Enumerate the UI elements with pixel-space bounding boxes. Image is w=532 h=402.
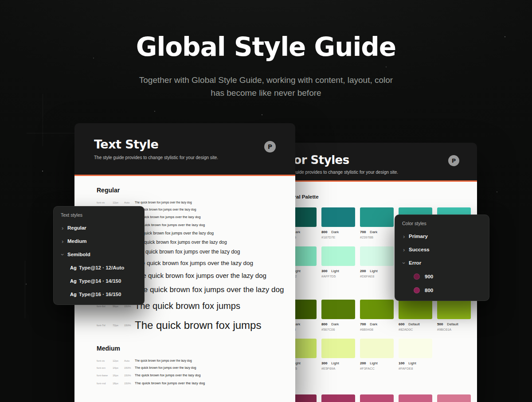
color-style-item-success[interactable]: Success [395, 243, 489, 256]
popup-title: Text styles [54, 207, 144, 221]
swatch-hex: #E5F69A [321, 367, 355, 371]
ag-glyph: Ag [70, 278, 79, 284]
text-card-header: Text Style The style guide provides to c… [74, 123, 295, 175]
swatch-column: 100Light#FAFDE8 [399, 339, 432, 371]
sample-text: The quick brown fox jumps over the lazy … [135, 223, 205, 227]
swatch-hex: #9BC61A [437, 328, 471, 332]
text-style-row: font-xs12pxAutoThe quick brown fox jumps… [97, 359, 295, 362]
sample-text: The quick brown fox jumps [135, 301, 240, 311]
text-style-row: font-xs12pxAutoThe quick brown fox jumps… [97, 201, 295, 204]
sample-text: The quick brown fox jumps over the lazy … [135, 272, 266, 279]
color-styles-popup: Color styles Primary Success Error 900 8… [395, 215, 489, 301]
brand-logo-icon: P [448, 155, 459, 166]
swatch-column: 700Dark#6B9408 [360, 300, 394, 332]
chevron-right-icon [62, 238, 67, 244]
color-swatch [321, 300, 355, 319]
background-stars [0, 0, 1, 1]
swatch-label: 300Light [321, 269, 355, 273]
chevron-down-icon [62, 252, 67, 258]
swatch-column: 800Dark#567C06 [321, 300, 355, 332]
swatch-column: 700Dark#23978B [360, 207, 394, 239]
text-style-row: font-sm14px150%The quick brown fox jumps… [97, 366, 295, 369]
swatch-label: 200Light [360, 269, 394, 273]
color-swatch [321, 207, 355, 227]
color-dot-icon [414, 287, 420, 293]
row-meta: 14px [113, 367, 121, 369]
color-card-title: Color Styles [274, 153, 459, 167]
swatch-column: 300Light#AFF7D5 [321, 246, 355, 278]
swatch-column: 800Dark#187D7E [321, 207, 355, 239]
row-meta: font-base [97, 374, 110, 377]
swatch-hex: #FAFDE8 [399, 367, 432, 371]
swatch-hex: #82AD0C [399, 328, 432, 332]
swatch-label: 100Light [399, 361, 432, 365]
color-shade-item-900[interactable]: 900 [395, 269, 489, 283]
section-heading: Regular [97, 187, 295, 194]
text-style-row: font-md18px150%The quick brown fox jumps… [97, 381, 295, 385]
chevron-down-icon [403, 260, 409, 266]
swatch-column: 600Default#82AD0C [399, 300, 432, 332]
page-subtitle: Together with Global Style Guide, workin… [0, 74, 532, 100]
color-swatch [437, 394, 471, 402]
sample-text: The quick brown fox jumps over the lazy … [135, 249, 240, 255]
text-style-item-medium[interactable]: Medium [54, 234, 144, 248]
ag-glyph: Ag [70, 292, 79, 297]
sample-text: The quick brown fox jumps over the lazy … [135, 285, 284, 294]
row-meta: font-xs [97, 359, 110, 362]
color-swatch [321, 246, 355, 266]
sample-text: The quick brown fox jumps over the lazy … [135, 231, 214, 235]
text-style-row: font-7xl72px150%The quick brown fox jump… [97, 319, 295, 332]
row-meta: font-sm [97, 367, 110, 369]
row-meta: 150% [124, 367, 130, 369]
row-meta: 12px [113, 359, 121, 362]
color-style-item-primary[interactable]: Primary [395, 230, 489, 243]
row-meta: 56px [113, 305, 121, 308]
palette-row-green-light: 400Light#CBE665300Light#E5F69A200Light#F… [283, 339, 471, 371]
type-style-item-12[interactable]: Ag Type@12 · 12/Auto [54, 261, 144, 274]
sample-text: The quick brown fox jumps over the lazy … [135, 373, 200, 377]
palette-row-green-dark: 900Dark#426403800Dark#567C06700Dark#6B94… [283, 300, 471, 332]
color-swatch [399, 394, 432, 402]
color-swatch [321, 394, 355, 402]
color-card-subtitle: The style guide provides to change styli… [274, 170, 459, 175]
color-swatch [399, 339, 432, 358]
color-swatch [360, 246, 394, 266]
text-card-title: Text Style [94, 137, 276, 151]
color-shade-item-800[interactable]: 800 [395, 283, 489, 297]
row-meta: 150% [124, 324, 130, 327]
text-style-item-regular[interactable]: Regular [54, 221, 144, 234]
row-meta: font-7xl [97, 324, 110, 327]
background-gridline [43, 94, 43, 146]
row-meta: 150% [124, 374, 130, 377]
type-style-item-14[interactable]: Ag Type@14 · 14/150 [54, 274, 144, 288]
sample-text: The quick brown fox jumps [135, 319, 261, 332]
brand-logo-icon: P [264, 141, 276, 152]
color-style-item-error[interactable]: Error [395, 256, 489, 269]
swatch-hex: #AFF7D5 [321, 274, 355, 278]
chevron-right-icon [62, 225, 67, 231]
row-meta: font-xs [97, 201, 110, 204]
swatch-column [437, 394, 471, 402]
chevron-right-icon [403, 234, 409, 239]
row-meta: 150% [124, 382, 130, 385]
swatch-column: 300Light#E5F69A [321, 339, 355, 371]
section-heading: Medium [97, 345, 295, 352]
color-swatch [360, 300, 394, 319]
sample-text: The quick brown fox jumps over the lazy … [135, 201, 192, 204]
row-meta: 18px [113, 382, 121, 385]
text-style-item-semibold[interactable]: Semibold [54, 248, 144, 261]
swatch-hex: #D6FAE8 [360, 274, 394, 278]
sample-text: The quick brown fox jumps over the lazy … [135, 381, 205, 385]
swatch-hex: #567C06 [321, 328, 355, 332]
swatch-label: 200Light [360, 361, 394, 365]
row-meta: 16px [113, 374, 121, 377]
page-subtitle-line2: has become like never before [0, 86, 532, 99]
ag-glyph: Ag [70, 265, 79, 270]
swatch-label: 700Dark [360, 322, 394, 326]
color-swatch [437, 300, 471, 319]
row-meta: Auto [124, 201, 130, 204]
row-meta: Auto [124, 359, 130, 362]
type-style-item-16[interactable]: Ag Type@16 · 16/150 [54, 288, 144, 301]
swatch-label: 300Light [321, 361, 355, 365]
page-subtitle-line1: Together with Global Style Guide, workin… [0, 74, 532, 86]
